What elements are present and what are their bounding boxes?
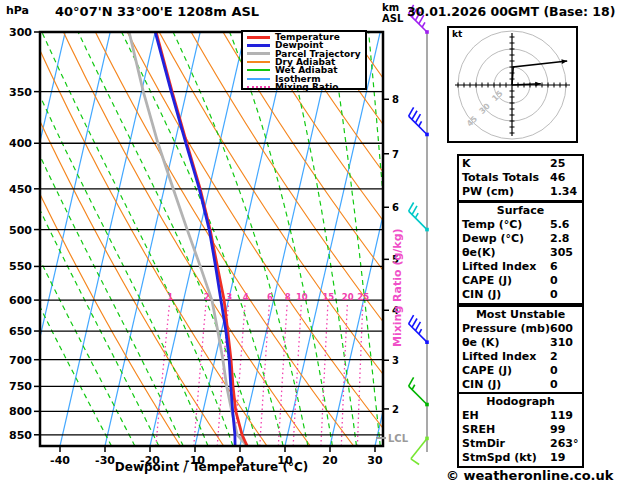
- stat-value: 0: [550, 274, 558, 288]
- stat-value: 6: [550, 260, 558, 274]
- legend-swatch-dewpoint: [247, 44, 270, 47]
- km-tick-label: 6: [392, 202, 399, 213]
- stat-value: 46: [550, 171, 565, 185]
- stat-label: θe (K): [462, 336, 550, 350]
- datetime-title: 30.01.2026 00GMT (Base: 18): [407, 4, 615, 19]
- pressure-tick-label: 800: [9, 405, 32, 418]
- mixing-ratio-value-label: 25: [357, 292, 369, 302]
- legend-swatch-parcel-trajectory: [247, 52, 270, 55]
- mixing-ratio-line: [278, 303, 287, 446]
- stat-value: 5.6: [550, 218, 570, 232]
- mixing-ratio-value-label: 15: [322, 292, 334, 302]
- legend-swatch-isotherm: [247, 78, 270, 80]
- stat-label: PW (cm): [462, 185, 550, 199]
- stat-label: Dewp (°C): [462, 232, 550, 246]
- km-tick-label: 7: [392, 149, 399, 160]
- stats-box-header: Surface: [462, 204, 579, 218]
- legend-swatch-wet-adiabat: [247, 69, 270, 71]
- pressure-tick-label: 500: [9, 224, 32, 237]
- stat-label: CIN (J): [462, 378, 550, 392]
- stat-row: θe(K)305: [462, 246, 579, 260]
- stat-row: StmSpd (kt)19: [462, 451, 579, 465]
- stat-value: 0: [550, 378, 558, 392]
- mixing-ratio-value-label: 8: [285, 292, 291, 302]
- stat-label: Lifted Index: [462, 260, 550, 274]
- stat-label: StmDir: [462, 437, 550, 451]
- stat-label: CAPE (J): [462, 364, 550, 378]
- wet-adiabat-line: [122, 32, 284, 446]
- stat-label: EH: [462, 409, 550, 423]
- height-axis-unit: km ASL: [382, 2, 403, 24]
- stats-box-header: Most Unstable: [462, 308, 579, 322]
- stats-box-surface: SurfaceTemp (°C)5.6Dewp (°C)2.8θe(K)305L…: [457, 201, 584, 305]
- legend-swatch-temperature: [247, 36, 270, 39]
- asl-label: ASL: [382, 13, 403, 24]
- stat-label: StmSpd (kt): [462, 451, 550, 465]
- wind-barb: [409, 107, 429, 136]
- mixing-ratio-value-label: 20: [342, 292, 354, 302]
- km-tick-label: 3: [392, 355, 399, 366]
- pressure-tick-label: 700: [9, 354, 32, 367]
- mixing-ratio-value-label: 1: [167, 292, 173, 302]
- stat-row: K25: [462, 157, 579, 171]
- pressure-tick-label: 350: [9, 86, 32, 99]
- pressure-tick-label: 600: [9, 294, 32, 307]
- stat-row: Pressure (mb)600: [462, 322, 579, 336]
- stat-value: 119: [550, 409, 573, 423]
- mixing-ratio-value-label: 3: [226, 292, 232, 302]
- legend-item: Mixing Ratio: [247, 83, 365, 91]
- pressure-tick-label: 650: [9, 325, 32, 338]
- stats-box-hodograph: HodographEH119SREH99StmDir263°StmSpd (kt…: [457, 392, 584, 468]
- temperature-curve: [156, 32, 247, 446]
- km-tick-label: 8: [392, 94, 399, 105]
- copyright: © weatheronline.co.uk: [446, 468, 613, 483]
- hodograph-unit-label: kt: [452, 29, 462, 39]
- stats-box-indices: K25Totals Totals46PW (cm)1.34: [457, 154, 584, 202]
- km-label: km: [382, 2, 403, 13]
- wind-barb: [409, 377, 429, 406]
- skewt-sounding-page: 1234681015202530035040045050055060065070…: [0, 0, 629, 486]
- stats-box-header: Hodograph: [462, 395, 579, 409]
- wet-adiabat-line: [330, 32, 380, 446]
- wind-barb: [409, 315, 429, 344]
- stat-value: 263°: [550, 437, 578, 451]
- stat-row: CAPE (J)0: [462, 274, 579, 288]
- stat-label: Temp (°C): [462, 218, 550, 232]
- hodograph: 153045: [448, 27, 577, 142]
- isotherm-line: [60, 32, 155, 446]
- stat-row: CIN (J)0: [462, 378, 579, 392]
- mixing-ratio-line: [321, 303, 328, 446]
- pressure-tick-label: 400: [9, 137, 32, 150]
- temp-axis-title: Dewpoint / Temperature (°C): [40, 460, 383, 474]
- mixing-ratio-value-label: 10: [296, 292, 308, 302]
- stat-row: θe (K)310: [462, 336, 579, 350]
- pressure-tick-label: 750: [9, 380, 32, 393]
- stat-value: 2.8: [550, 232, 570, 246]
- pressure-tick-label: 450: [9, 183, 32, 196]
- stat-value: 2: [550, 350, 558, 364]
- isotherm-line: [240, 32, 335, 446]
- wind-barb: [409, 202, 429, 231]
- stat-row: StmDir263°: [462, 437, 579, 451]
- pressure-axis-unit: hPa: [6, 4, 29, 17]
- stat-value: 0: [550, 288, 558, 302]
- stat-label: CAPE (J): [462, 274, 550, 288]
- stat-row: Dewp (°C)2.8: [462, 232, 579, 246]
- dry-adiabat-line: [191, 32, 484, 446]
- stat-row: SREH99: [462, 423, 579, 437]
- isotherm-line: [105, 32, 200, 446]
- lcl-label: LCL: [388, 433, 409, 444]
- stat-value: 305: [550, 246, 573, 260]
- pressure-tick-label: 850: [9, 429, 32, 442]
- stat-row: CIN (J)0: [462, 288, 579, 302]
- mixing-ratio-value-label: 4: [243, 292, 249, 302]
- stat-value: 310: [550, 336, 573, 350]
- stat-row: Totals Totals46: [462, 171, 579, 185]
- mixing-ratio-axis-title: Mixing Ratio (g/kg): [391, 228, 404, 347]
- stat-label: θe(K): [462, 246, 550, 260]
- stat-value: 0: [550, 364, 558, 378]
- stat-label: Lifted Index: [462, 350, 550, 364]
- legend: TemperatureDewpointParcel TrajectoryDry …: [241, 30, 367, 90]
- stat-value: 600: [550, 322, 573, 336]
- stat-row: Lifted Index6: [462, 260, 579, 274]
